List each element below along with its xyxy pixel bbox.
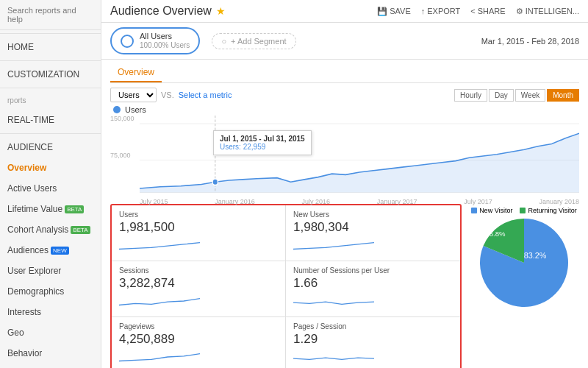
svg-point-5 — [212, 179, 218, 185]
month-button[interactable]: Month — [547, 89, 579, 102]
sidebar-item-customization[interactable]: CUSTOMIZATION — [0, 64, 101, 85]
time-buttons: Hourly Day Week Month — [454, 89, 579, 102]
svg-text:16.8%: 16.8% — [485, 230, 506, 238]
sidebar-item-technology[interactable]: Technology — [0, 364, 101, 368]
metric-new-users-sparkline — [293, 237, 374, 253]
date-range: Mar 1, 2015 - Feb 28, 2018 — [481, 37, 579, 46]
intelligence-button[interactable]: ⚙ INTELLIGEN... — [516, 7, 579, 16]
save-button[interactable]: 💾 SAVE — [377, 7, 411, 16]
users-legend-label: Users — [125, 105, 146, 114]
sidebar: Search reports and help HOME CUSTOMIZATI… — [0, 0, 101, 368]
sidebar-item-demographics[interactable]: Demographics — [0, 281, 101, 302]
metric-sessions-per-user-sparkline — [293, 293, 374, 309]
day-button[interactable]: Day — [489, 89, 514, 102]
sidebar-item-audiences[interactable]: AudiencesNEW — [0, 240, 101, 261]
sidebar-item-geo[interactable]: Geo — [0, 322, 101, 343]
hourly-button[interactable]: Hourly — [454, 89, 487, 102]
metric-users: Users 1,981,500 — [112, 205, 286, 261]
sidebar-item-active-users[interactable]: Active Users — [0, 178, 101, 199]
returning-visitor-legend: Returning Visitor — [520, 207, 576, 214]
metric-pages-per-session: Pages / Session 1.29 — [286, 317, 460, 368]
svg-text:83.2%: 83.2% — [524, 251, 547, 260]
page-title: Audience Overview ★ — [110, 4, 226, 18]
audiences-badge: NEW — [51, 247, 69, 255]
intelligence-icon: ⚙ — [516, 7, 523, 16]
y-label-150k: 150,000 — [110, 116, 135, 122]
new-visitor-label: New Visitor — [479, 207, 512, 214]
metric-pageviews-label: Pageviews — [119, 322, 278, 330]
select-metric-link[interactable]: Select a metric — [179, 91, 232, 99]
save-icon: 💾 — [377, 7, 387, 16]
returning-visitor-dot — [520, 208, 526, 213]
metric-pages-per-session-label: Pages / Session — [293, 322, 453, 330]
vs-text: VS. — [161, 91, 174, 99]
all-users-segment[interactable]: All Users 100.00% Users — [110, 27, 200, 54]
chart-area: Users 150,000 75,000 — [110, 105, 579, 201]
sidebar-item-lifetime-value[interactable]: Lifetime ValueBETA — [0, 199, 101, 219]
metric-new-users-value: 1,980,304 — [293, 220, 453, 235]
sidebar-item-interests[interactable]: Interests — [0, 302, 101, 322]
metric-sessions: Sessions 3,282,874 — [112, 261, 286, 317]
metric-select[interactable]: Users — [110, 88, 157, 102]
week-button[interactable]: Week — [515, 89, 545, 102]
add-segment-button[interactable]: ○ + Add Segment — [212, 33, 295, 49]
metric-sessions-label: Sessions — [119, 266, 278, 275]
metrics-grid: Users 1,981,500 New Users 1,980,304 Sess… — [110, 204, 462, 368]
metrics-pie-area: Users 1,981,500 New Users 1,980,304 Sess… — [110, 204, 579, 368]
metric-pages-per-session-sparkline — [293, 349, 374, 365]
chart-tooltip: Jul 1, 2015 - Jul 31, 2015 Users: 22,959 — [213, 130, 312, 155]
metric-users-value: 1,981,500 — [119, 220, 278, 235]
chart-controls: Users VS. Select a metric Hourly Day Wee… — [110, 88, 579, 102]
metric-pageviews-sparkline — [119, 349, 200, 365]
star-icon: ★ — [216, 5, 226, 17]
users-legend-dot — [113, 106, 121, 113]
metric-users-sparkline — [119, 237, 200, 253]
main-content: Audience Overview ★ 💾 SAVE ↑ EXPORT < SH… — [101, 0, 588, 368]
export-button[interactable]: ↑ EXPORT — [421, 7, 461, 15]
share-button[interactable]: < SHARE — [470, 7, 505, 15]
content-area: Overview Users VS. Select a metric Hourl… — [101, 60, 588, 368]
sidebar-item-user-explorer[interactable]: User Explorer — [0, 261, 101, 281]
top-bar: Audience Overview ★ 💾 SAVE ↑ EXPORT < SH… — [101, 0, 588, 23]
sidebar-item-home[interactable]: HOME — [0, 37, 101, 57]
cohort-badge: BETA — [71, 226, 90, 234]
sidebar-item-overview[interactable]: Overview — [0, 158, 101, 178]
x-axis-labels: July 2015 January 2016 July 2016 January… — [140, 198, 579, 205]
metric-pageviews-value: 4,250,889 — [119, 332, 278, 347]
metric-sessions-sparkline — [119, 293, 200, 309]
add-icon: ○ — [221, 37, 226, 46]
metric-users-label: Users — [119, 210, 278, 219]
export-icon: ↑ — [421, 7, 426, 15]
metric-sessions-per-user-label: Number of Sessions per User — [293, 266, 453, 275]
pie-chart-area: New Visitor Returning Visitor 83.2% 16.8 — [469, 204, 579, 368]
pie-legend: New Visitor Returning Visitor — [471, 207, 577, 214]
y-label-75k: 75,000 — [110, 152, 131, 159]
tab-overview[interactable]: Overview — [110, 64, 162, 82]
segment-circle — [121, 35, 134, 48]
metric-sessions-per-user-value: 1.66 — [293, 276, 453, 291]
new-visitor-legend: New Visitor — [471, 207, 512, 214]
lifetime-value-badge: BETA — [65, 205, 84, 213]
new-visitor-dot — [471, 208, 477, 213]
metric-new-users: New Users 1,980,304 — [286, 205, 460, 261]
tab-bar: Overview — [110, 60, 579, 83]
sidebar-item-behavior[interactable]: Behavior — [0, 343, 101, 364]
sidebar-item-reports[interactable]: rports — [0, 91, 101, 110]
sidebar-item-realtime[interactable]: REAL-TIME — [0, 110, 101, 130]
sidebar-item-cohort[interactable]: Cohort AnalysisBETA — [0, 219, 101, 240]
top-bar-actions: 💾 SAVE ↑ EXPORT < SHARE ⚙ INTELLIGEN... — [377, 7, 579, 16]
line-chart: 150,000 75,000 — [110, 116, 579, 197]
share-icon: < — [470, 7, 475, 15]
metric-sessions-per-user: Number of Sessions per User 1.66 — [286, 261, 460, 317]
metric-new-users-label: New Users — [293, 210, 453, 219]
segment-bar: All Users 100.00% Users ○ + Add Segment … — [101, 23, 588, 60]
chart-legend: Users — [113, 105, 146, 114]
sidebar-item-audience[interactable]: AUDIENCE — [0, 137, 101, 158]
metric-sessions-value: 3,282,874 — [119, 276, 278, 291]
metric-pageviews: Pageviews 4,250,889 — [112, 317, 286, 368]
search-box[interactable]: Search reports and help — [0, 0, 101, 30]
returning-visitor-label: Returning Visitor — [528, 207, 576, 214]
metric-pages-per-session-value: 1.29 — [293, 332, 453, 347]
pie-chart: 83.2% 16.8% — [480, 219, 568, 307]
